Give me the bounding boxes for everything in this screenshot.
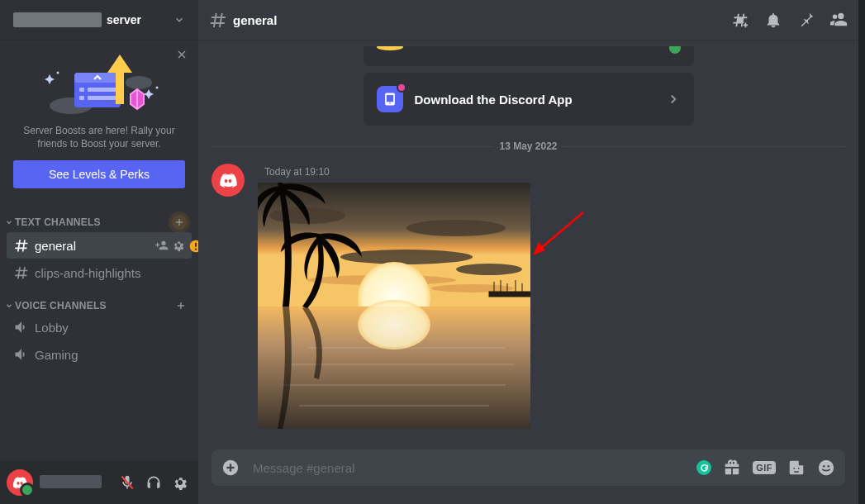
- card-icon-partial: [377, 46, 403, 50]
- gear-icon[interactable]: [172, 239, 185, 252]
- speaker-icon: [13, 346, 30, 363]
- warning-badge-icon: [187, 237, 198, 255]
- discord-logo-icon: [218, 170, 238, 190]
- voice-channels-header[interactable]: Voice Channels: [0, 287, 198, 313]
- bell-icon: [764, 11, 782, 29]
- promo-text: Server Boosts are here! Rally your frien…: [13, 124, 185, 150]
- section-label: Text Channels: [15, 216, 101, 228]
- channel-clips-and-highlights[interactable]: clips-and-highlights: [7, 259, 192, 286]
- hash-icon: [13, 264, 30, 281]
- section-label: Voice Channels: [15, 300, 107, 311]
- voice-channel-lobby[interactable]: Lobby: [7, 314, 192, 340]
- gif-button[interactable]: GIF: [753, 461, 776, 474]
- svg-point-33: [456, 264, 522, 275]
- chevron-down-icon: [173, 14, 185, 26]
- plus-icon: [175, 300, 187, 311]
- channel-name: Lobby: [35, 321, 185, 335]
- add-text-channel-button[interactable]: [172, 215, 187, 230]
- hash-icon: [13, 237, 30, 254]
- notifications-button[interactable]: [764, 11, 782, 29]
- gif-label: GIF: [753, 461, 776, 474]
- threads-button[interactable]: [731, 11, 749, 29]
- message-author-avatar[interactable]: [211, 164, 245, 197]
- mic-muted-icon: [119, 474, 135, 491]
- server-header[interactable]: server: [0, 0, 198, 40]
- chevron-down-icon: [5, 218, 13, 226]
- promo-illustration: [13, 53, 185, 116]
- pinned-messages-button[interactable]: [797, 11, 815, 29]
- emoji-button[interactable]: [817, 459, 835, 477]
- invite-icon[interactable]: [155, 239, 169, 252]
- svg-marker-13: [107, 55, 132, 73]
- server-name-suffix: server: [107, 13, 173, 26]
- grammarly-icon[interactable]: [696, 460, 711, 475]
- member-list-button[interactable]: [830, 11, 848, 29]
- gift-icon: [723, 459, 741, 477]
- svg-point-18: [190, 240, 198, 253]
- date-divider: 13 May 2022: [211, 140, 845, 152]
- topbar-channel-name: general: [233, 13, 277, 27]
- message-item: Today at 19:10: [198, 159, 858, 432]
- add-voice-channel-button[interactable]: [175, 300, 187, 311]
- svg-point-57: [823, 465, 825, 468]
- svg-rect-7: [74, 73, 121, 83]
- threads-icon: [731, 11, 749, 29]
- sticker-button[interactable]: [787, 459, 806, 477]
- server-name-redacted: [13, 12, 102, 27]
- svg-rect-12: [116, 69, 124, 104]
- channel-sidebar: server: [0, 0, 198, 504]
- svg-point-56: [819, 460, 834, 475]
- gift-button[interactable]: [723, 459, 741, 477]
- see-levels-perks-button[interactable]: See Levels & Perks: [13, 160, 185, 188]
- svg-rect-9: [88, 88, 116, 92]
- channel-name: clips-and-highlights: [35, 266, 185, 280]
- chat-area: general: [198, 0, 865, 504]
- svg-point-44: [358, 300, 430, 349]
- message-composer: GIF: [198, 449, 858, 504]
- speaker-icon: [13, 319, 30, 335]
- card-label: Download the Discord App: [415, 93, 654, 107]
- svg-rect-37: [489, 292, 530, 297]
- hash-icon: [208, 10, 228, 30]
- channel-general[interactable]: general: [7, 232, 192, 259]
- onboarding-card[interactable]: [364, 46, 694, 66]
- channel-topbar: general: [198, 0, 858, 40]
- svg-point-3: [126, 76, 152, 89]
- svg-point-31: [406, 220, 506, 236]
- message-timestamp: Today at 19:10: [264, 166, 330, 178]
- mute-button[interactable]: [116, 471, 139, 494]
- self-avatar[interactable]: [7, 469, 33, 496]
- text-channels-header[interactable]: Text Channels: [0, 202, 198, 231]
- svg-rect-23: [126, 487, 128, 489]
- close-icon: [175, 48, 188, 61]
- promo-close-button[interactable]: [175, 48, 188, 61]
- svg-point-54: [793, 468, 795, 469]
- attach-button[interactable]: [221, 459, 240, 477]
- pin-icon: [797, 11, 815, 29]
- download-app-card[interactable]: Download the Discord App: [364, 73, 694, 126]
- svg-point-58: [827, 465, 829, 468]
- plus-icon: [173, 216, 185, 228]
- svg-point-4: [57, 72, 59, 74]
- message-attachment-image[interactable]: [258, 183, 530, 429]
- sticker-icon: [787, 459, 806, 477]
- svg-rect-27: [386, 95, 392, 102]
- status-online-icon: [20, 483, 35, 497]
- notification-badge-icon: [397, 83, 406, 93]
- check-icon: [669, 46, 681, 54]
- user-panel: [0, 461, 198, 504]
- voice-channel-gaming[interactable]: Gaming: [7, 341, 192, 368]
- svg-point-28: [389, 102, 391, 104]
- message-scroll-area[interactable]: Download the Discord App 13 May 2022 Tod…: [198, 40, 858, 449]
- self-username[interactable]: [40, 475, 109, 490]
- message-input[interactable]: [251, 460, 685, 476]
- svg-point-5: [156, 87, 159, 89]
- chevron-down-icon: [5, 302, 13, 310]
- divider-date-label: 13 May 2022: [494, 140, 562, 152]
- members-icon: [830, 11, 848, 29]
- chevron-right-icon: [666, 92, 681, 107]
- discord-app-icon: [377, 86, 403, 112]
- headphones-icon: [145, 474, 162, 491]
- deafen-button[interactable]: [142, 471, 165, 494]
- user-settings-button[interactable]: [169, 471, 192, 494]
